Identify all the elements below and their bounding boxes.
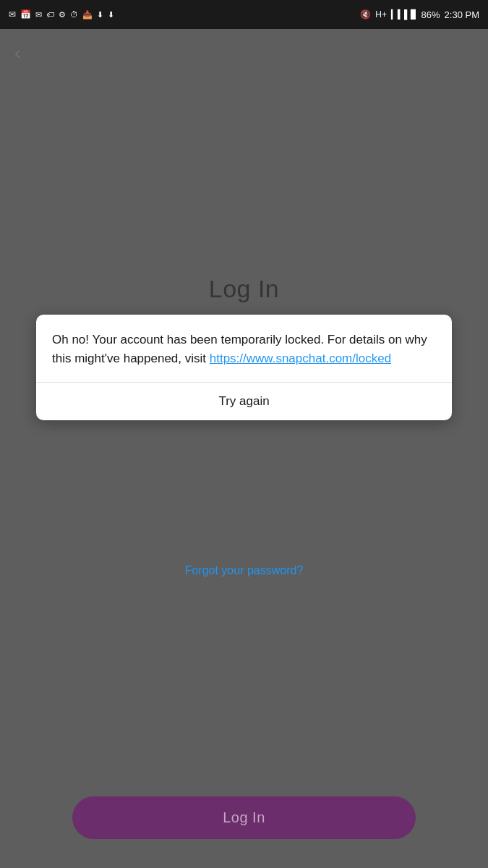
forgot-password-link[interactable]: Forgot your password? bbox=[185, 564, 304, 577]
account-locked-dialog: Oh no! Your account has been temporarily… bbox=[36, 315, 452, 420]
status-bar-left-icons: ✉ 📅 ✉ 🏷 ⚙ ⏱ 📥 ⬇ ⬇ bbox=[9, 9, 114, 20]
dl-icon: ⬇ bbox=[97, 10, 103, 20]
login-button-label: Log In bbox=[223, 809, 265, 825]
main-content: ‹ Log In Oh no! Your account has been te… bbox=[0, 29, 488, 868]
dl2-icon: ⬇ bbox=[108, 10, 114, 20]
mute-icon: 🔇 bbox=[360, 9, 371, 20]
tag-icon: 🏷 bbox=[46, 10, 54, 19]
dialog-message-text: Oh no! Your account has been temporarily… bbox=[36, 315, 452, 382]
settings-icon: ⚙ bbox=[59, 10, 66, 20]
battery-level: 86% bbox=[421, 9, 440, 20]
locked-link[interactable]: https://www.snapchat.com/locked bbox=[210, 352, 391, 365]
message-icon: ✉ bbox=[9, 9, 16, 20]
signal-bars-icon: ▎▍▌▊ bbox=[391, 9, 417, 20]
dialog-backdrop bbox=[0, 29, 488, 868]
status-bar-right-icons: 🔇 H+ ▎▍▌▊ 86% 2:30 PM bbox=[360, 9, 479, 20]
status-bar: ✉ 📅 ✉ 🏷 ⚙ ⏱ 📥 ⬇ ⬇ 🔇 H+ ▎▍▌▊ 86% 2:30 PM bbox=[0, 0, 488, 29]
inbox-icon: 📥 bbox=[82, 10, 93, 20]
try-again-button[interactable]: Try again bbox=[36, 383, 452, 420]
login-button[interactable]: Log In bbox=[72, 796, 416, 839]
clock: 2:30 PM bbox=[445, 9, 479, 20]
timer-icon: ⏱ bbox=[70, 10, 78, 19]
calendar-icon: 📅 bbox=[20, 9, 31, 20]
mail-icon: ✉ bbox=[35, 10, 42, 20]
signal-h-icon: H+ bbox=[375, 9, 387, 20]
